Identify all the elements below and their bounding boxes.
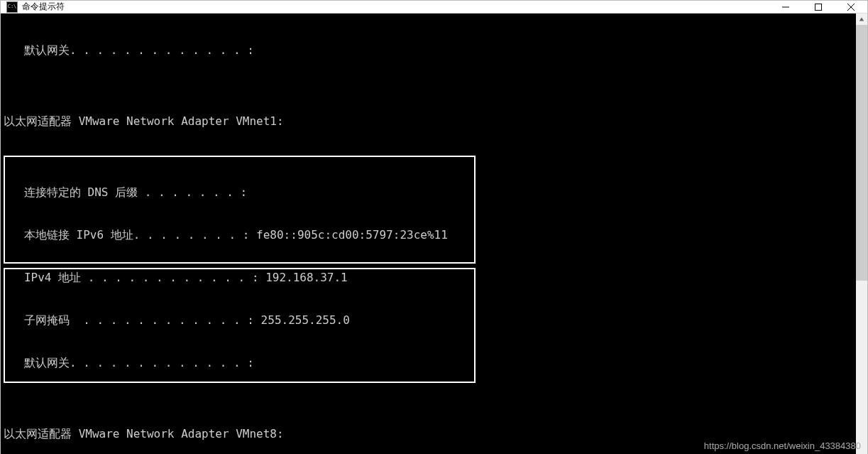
terminal-line: 默认网关. . . . . . . . . . . . . :	[4, 356, 856, 370]
terminal-line: IPv4 地址 . . . . . . . . . . . . : 192.16…	[4, 271, 856, 285]
scroll-thumb[interactable]	[856, 25, 867, 281]
watermark-text: https://blog.csdn.net/weixin_43384380	[704, 441, 861, 451]
window-title: 命令提示符	[22, 1, 769, 13]
terminal-line: 子网掩码 . . . . . . . . . . . . : 255.255.2…	[4, 313, 856, 328]
cmd-icon: C:\	[6, 1, 18, 13]
close-button[interactable]	[835, 1, 867, 13]
highlight-box-vmnet8	[4, 156, 476, 264]
minimize-button[interactable]	[769, 1, 802, 13]
svg-rect-1	[815, 4, 822, 10]
scroll-track[interactable]	[856, 25, 867, 454]
terminal-area: 默认网关. . . . . . . . . . . . . : 以太网适配器 V…	[1, 13, 867, 454]
terminal-line: 以太网适配器 VMware Network Adapter VMnet8:	[4, 427, 856, 441]
terminal-line: 本地链接 IPv6 地址. . . . . . . . : fe80::905c…	[4, 228, 856, 242]
window-controls	[769, 1, 867, 13]
scroll-up-arrow-icon[interactable]	[856, 13, 867, 25]
terminal-line: 默认网关. . . . . . . . . . . . . :	[4, 43, 856, 58]
svg-marker-4	[859, 18, 864, 21]
maximize-button[interactable]	[802, 1, 835, 13]
terminal-line: 以太网适配器 VMware Network Adapter VMnet1:	[4, 114, 856, 129]
command-prompt-window: C:\ 命令提示符 默认网关. . . . . . . . . . . . . …	[0, 0, 868, 454]
terminal-output[interactable]: 默认网关. . . . . . . . . . . . . : 以太网适配器 V…	[1, 13, 856, 454]
titlebar: C:\ 命令提示符	[1, 1, 867, 13]
terminal-line: 连接特定的 DNS 后缀 . . . . . . . :	[4, 185, 856, 200]
vertical-scrollbar[interactable]	[856, 13, 867, 454]
